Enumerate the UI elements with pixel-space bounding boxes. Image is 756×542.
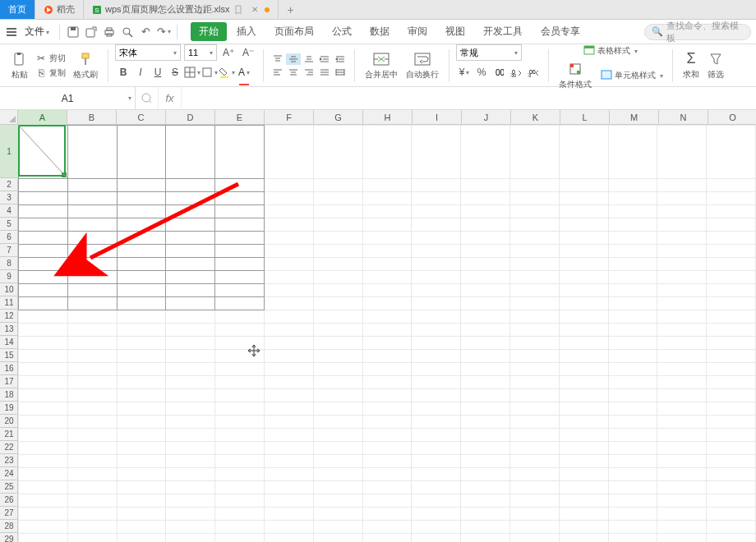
tab-data[interactable]: 数据	[362, 22, 398, 41]
cell[interactable]	[215, 508, 265, 521]
cell[interactable]	[264, 494, 313, 508]
cell[interactable]	[19, 218, 68, 232]
cell[interactable]	[412, 416, 461, 429]
cell[interactable]	[461, 455, 510, 468]
cell[interactable]	[412, 521, 461, 534]
cell[interactable]	[509, 429, 559, 442]
cell[interactable]	[264, 416, 313, 429]
cell[interactable]	[608, 284, 657, 297]
bookmark-icon[interactable]	[233, 5, 243, 15]
column-header[interactable]: J	[462, 110, 511, 125]
cell[interactable]	[313, 218, 362, 232]
cell[interactable]	[412, 232, 461, 245]
align-left-icon[interactable]	[270, 67, 285, 78]
cell[interactable]	[509, 126, 559, 179]
cell[interactable]	[362, 534, 412, 543]
cell[interactable]	[608, 416, 657, 429]
cell[interactable]	[461, 205, 510, 218]
cell[interactable]	[264, 350, 313, 363]
cut-button[interactable]: ✂剪切	[33, 52, 68, 65]
cell[interactable]	[461, 534, 510, 543]
cell[interactable]	[117, 402, 166, 416]
cell[interactable]	[559, 271, 608, 284]
cell[interactable]	[362, 205, 412, 218]
cell[interactable]	[67, 218, 117, 232]
cell[interactable]	[313, 284, 362, 297]
cell[interactable]	[362, 245, 412, 258]
cell[interactable]	[166, 508, 215, 521]
cell[interactable]	[19, 442, 68, 455]
cell[interactable]	[117, 284, 166, 297]
new-tab-button[interactable]: +	[279, 0, 303, 19]
cell[interactable]	[608, 508, 657, 521]
filter-button[interactable]: 筛选	[704, 49, 727, 82]
increase-font-icon[interactable]: A⁺	[220, 44, 237, 61]
cell[interactable]	[67, 192, 117, 205]
cell[interactable]	[19, 429, 68, 442]
cell[interactable]	[67, 271, 117, 284]
cell[interactable]	[608, 429, 657, 442]
cell[interactable]	[313, 297, 362, 310]
cell[interactable]	[707, 521, 756, 534]
align-top-icon[interactable]	[270, 53, 285, 65]
cell[interactable]	[264, 429, 313, 442]
cell[interactable]	[461, 508, 510, 521]
cell[interactable]	[657, 376, 707, 389]
print-preview-icon[interactable]	[119, 24, 136, 40]
cell[interactable]	[19, 494, 68, 508]
cell[interactable]	[559, 389, 608, 402]
cell[interactable]	[608, 468, 657, 481]
row-header[interactable]: 14	[0, 336, 18, 349]
cell[interactable]	[608, 232, 657, 245]
cell[interactable]	[67, 389, 117, 402]
name-box[interactable]: A1 ▾	[0, 87, 136, 109]
row-header[interactable]: 2	[0, 178, 18, 191]
cell[interactable]	[215, 192, 265, 205]
cell[interactable]	[215, 258, 265, 271]
cell[interactable]	[509, 192, 559, 205]
row-header[interactable]: 25	[0, 480, 18, 494]
cell[interactable]	[657, 192, 707, 205]
cell[interactable]	[362, 258, 412, 271]
cell[interactable]	[461, 245, 510, 258]
redo-icon[interactable]: ↷▾	[155, 24, 172, 40]
align-justify-icon[interactable]	[317, 67, 332, 78]
cell[interactable]	[461, 271, 510, 284]
cell[interactable]	[166, 192, 215, 205]
cell[interactable]	[707, 205, 756, 218]
cell[interactable]	[657, 521, 707, 534]
cell[interactable]	[313, 232, 362, 245]
cell[interactable]	[559, 442, 608, 455]
cell[interactable]	[461, 429, 510, 442]
cell[interactable]	[509, 324, 559, 337]
cell[interactable]	[313, 337, 362, 350]
cell[interactable]	[559, 179, 608, 192]
tab-home[interactable]: 首页	[0, 0, 35, 19]
cell[interactable]	[608, 389, 657, 402]
cell[interactable]	[67, 468, 117, 481]
cell[interactable]	[264, 508, 313, 521]
cell[interactable]	[559, 232, 608, 245]
cell[interactable]	[67, 442, 117, 455]
border-button[interactable]: ▾	[184, 64, 201, 80]
cell[interactable]	[313, 521, 362, 534]
row-header[interactable]: 15	[0, 349, 18, 362]
row-header[interactable]: 4	[0, 204, 18, 218]
cell[interactable]	[559, 297, 608, 310]
cell[interactable]	[559, 350, 608, 363]
cell[interactable]	[461, 310, 510, 324]
cell[interactable]	[608, 337, 657, 350]
cell[interactable]	[166, 179, 215, 192]
cell[interactable]	[117, 205, 166, 218]
cell[interactable]	[707, 284, 756, 297]
cell[interactable]	[707, 324, 756, 337]
tab-developer[interactable]: 开发工具	[475, 22, 531, 41]
cell[interactable]	[461, 258, 510, 271]
cell[interactable]	[19, 468, 68, 481]
column-header[interactable]: D	[166, 110, 215, 125]
cell[interactable]	[707, 402, 756, 416]
cell[interactable]	[657, 416, 707, 429]
number-format-select[interactable]: 常规▾	[456, 44, 522, 61]
format-painter-button[interactable]: 格式刷	[70, 49, 101, 82]
cell[interactable]	[412, 494, 461, 508]
